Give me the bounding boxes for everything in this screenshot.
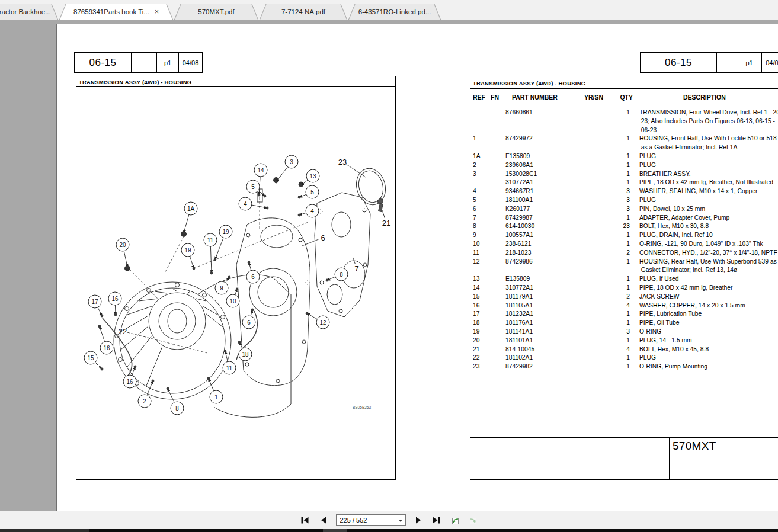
callout-number: 10 bbox=[229, 298, 236, 305]
part-marker bbox=[152, 380, 155, 383]
cell-gap bbox=[630, 108, 639, 134]
callout-number: 5 bbox=[251, 184, 255, 190]
cell-ref: 10 bbox=[470, 240, 505, 249]
callout-number: 23 bbox=[338, 158, 347, 166]
cell-part-number: 181101A1 bbox=[505, 336, 578, 345]
cell-qty: 1 bbox=[611, 161, 630, 170]
first-page-button[interactable] bbox=[299, 514, 311, 526]
page-code-box: p1 bbox=[156, 52, 179, 73]
cell-part-number: 87429982 bbox=[505, 363, 578, 371]
cell-ref: 6 bbox=[470, 205, 505, 214]
cell-gap bbox=[630, 170, 639, 179]
part-marker bbox=[224, 350, 227, 353]
parts-table-title: TRANSMISSION ASSY (4WD) - HOUSING bbox=[470, 76, 778, 89]
col-desc: DESCRIPTION bbox=[683, 94, 726, 101]
page-number-combobox[interactable]: 225 / 552 bbox=[336, 514, 406, 526]
table-row: 16181105A14WASHER, COPPER, 14 x 20 x 1.5… bbox=[470, 302, 778, 310]
document-tab[interactable]: 7-7124 NA.pdf bbox=[260, 4, 347, 20]
document-tab[interactable]: 6-43571RO-Linked pd... bbox=[348, 4, 441, 20]
col-qty: QTY bbox=[613, 94, 633, 101]
cell-description: O-RING, -121, 90 Duro, 1.049" ID x .103"… bbox=[639, 240, 763, 249]
cell-ref: 16 bbox=[470, 302, 505, 310]
previous-page-button[interactable] bbox=[318, 514, 329, 526]
cell-yrsn bbox=[578, 336, 611, 345]
cell-qty: 1 bbox=[611, 170, 630, 179]
table-row: 22181102A11PLUG bbox=[470, 354, 778, 363]
table-row: 4934667R13WASHER, SEALING, M10 x 14 x 1,… bbox=[470, 187, 778, 196]
cell-gap bbox=[630, 302, 639, 310]
cell-gap bbox=[630, 152, 639, 161]
table-row: 11218-10232CONNECTOR, HYD., 1/2"-20, 37°… bbox=[470, 249, 778, 258]
cell-description: PIPE, 18 OD x 42 mm lg, Breather bbox=[639, 284, 732, 293]
part-marker bbox=[326, 279, 329, 282]
cell-description: WASHER, COPPER, 14 x 20 x 1.5 mm bbox=[639, 302, 745, 310]
cell-gap bbox=[630, 196, 639, 205]
last-page-button[interactable] bbox=[431, 514, 443, 526]
cell-ref: 1A bbox=[470, 152, 505, 161]
cell-ref: 9 bbox=[470, 231, 505, 240]
tab-label: 7-7124 NA.pdf bbox=[281, 8, 325, 15]
empty-header-box bbox=[131, 52, 157, 73]
last-page-icon bbox=[432, 517, 441, 524]
cell-qty: 1 bbox=[611, 363, 630, 371]
callout-number: 9 bbox=[220, 285, 223, 291]
pdf-navigation-toolbar: 225 / 552 bbox=[0, 511, 778, 529]
cell-part-number: 87429972 bbox=[505, 134, 578, 152]
part-marker bbox=[248, 261, 251, 264]
cell-yrsn bbox=[578, 152, 611, 161]
previous-page-icon bbox=[321, 517, 326, 524]
cell-ref: 11 bbox=[470, 249, 505, 258]
callout-number: 6 bbox=[247, 319, 251, 326]
history-forward-button[interactable] bbox=[468, 515, 479, 525]
cell-yrsn bbox=[578, 354, 611, 363]
history-forward-icon bbox=[468, 515, 479, 525]
cell-part-number: 100557A1 bbox=[505, 231, 578, 240]
cell-gap bbox=[630, 205, 639, 214]
cell-yrsn bbox=[578, 178, 611, 187]
cell-qty: 1 bbox=[611, 258, 630, 275]
history-back-button[interactable] bbox=[449, 515, 461, 525]
cell-part-number: 218-1023 bbox=[505, 249, 578, 258]
cell-yrsn bbox=[578, 284, 611, 293]
part-marker bbox=[266, 207, 269, 210]
table-row: 13E1358091PLUG, If Used bbox=[470, 275, 778, 284]
taskbar-segment bbox=[323, 529, 347, 532]
part-marker bbox=[114, 313, 117, 316]
cell-ref: 20 bbox=[470, 336, 505, 345]
cell-part-number: 181105A1 bbox=[505, 302, 578, 310]
cell-description: O-RING, Pump Mounting bbox=[639, 363, 707, 371]
callout-number: 15 bbox=[87, 355, 94, 361]
callout-number: 3 bbox=[290, 159, 293, 165]
tab-label: 6-43571RO-Linked pd... bbox=[358, 8, 431, 15]
cell-description: PIN, Dowel, 10 x 25 mm bbox=[639, 205, 705, 214]
cell-ref: 21 bbox=[470, 345, 505, 354]
document-tab[interactable]: 87659341Parts book Ti...× bbox=[59, 4, 173, 20]
callout-number: 16 bbox=[126, 379, 133, 385]
cell-gap bbox=[630, 258, 639, 275]
callout-leader-line bbox=[147, 381, 153, 395]
tab-close-icon[interactable]: × bbox=[155, 9, 159, 15]
part-marker bbox=[134, 366, 137, 368]
document-tab[interactable]: 570MXT.pdf bbox=[174, 4, 258, 20]
part-marker bbox=[193, 267, 196, 270]
tab-inner: 7-7124 NA.pdf bbox=[260, 4, 347, 20]
cell-qty: 1 bbox=[611, 275, 630, 284]
cell-yrsn bbox=[578, 310, 611, 319]
cell-part-number: 310772A1 bbox=[505, 284, 578, 293]
cell-description: PIPE, Lubrication Tube bbox=[639, 310, 702, 319]
tab-inner: 6-43571RO-Linked pd... bbox=[349, 4, 440, 20]
cell-ref: 12 bbox=[470, 258, 505, 275]
part-marker bbox=[101, 368, 104, 371]
next-page-button[interactable] bbox=[412, 514, 424, 526]
document-tab[interactable]: Tractor Backhoe... bbox=[0, 4, 58, 20]
callout-number: 8 bbox=[340, 271, 343, 278]
cell-part-number: 181102A1 bbox=[505, 354, 578, 363]
table-row: 310772A11PIPE, 18 OD x 42 mm lg, Breathe… bbox=[470, 178, 778, 187]
parts-table-rows: 876608611TRANSMISSION, Four Wheel Drive,… bbox=[470, 105, 778, 371]
tab-label: 87659341Parts book Ti... bbox=[73, 8, 149, 15]
cell-part-number: E135809 bbox=[505, 152, 578, 161]
callout-leader-line bbox=[190, 256, 194, 268]
callout-leader-line bbox=[100, 326, 105, 342]
cell-part-number: 614-10030 bbox=[505, 222, 578, 231]
cell-qty: 4 bbox=[611, 302, 630, 310]
